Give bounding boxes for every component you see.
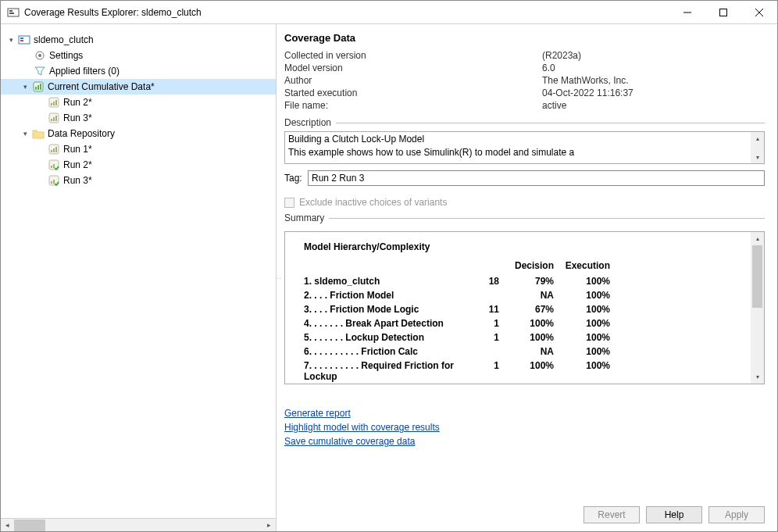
description-label-row: Description — [284, 117, 765, 128]
description-box[interactable]: Building a Clutch Lock-Up Model This exa… — [284, 131, 765, 164]
kv-value: The MathWorks, Inc. — [542, 75, 628, 86]
svg-rect-8 — [20, 37, 23, 39]
tag-label: Tag: — [284, 173, 308, 184]
scroll-up-icon[interactable]: ▴ — [751, 132, 764, 145]
tree-label: Data Repository — [48, 128, 115, 139]
apply-button[interactable]: Apply — [708, 506, 765, 523]
summary-row[interactable]: 1. sldemo_clutch1879%100% — [304, 276, 744, 287]
tree-data-repository[interactable]: ▾ Data Repository — [1, 126, 276, 141]
tree-dr-run1[interactable]: Run 1* — [1, 141, 276, 157]
chevron-down-icon[interactable]: ▾ — [20, 128, 30, 139]
svg-rect-25 — [51, 150, 52, 152]
chevron-down-icon[interactable]: ▾ — [5, 34, 16, 45]
summary-row[interactable]: 3. . . . Friction Mode Logic1167%100% — [304, 304, 744, 315]
svg-rect-1 — [9, 10, 12, 12]
generate-report-link[interactable]: Generate report — [284, 408, 765, 419]
scroll-left-icon[interactable]: ◂ — [1, 519, 14, 532]
gear-icon — [34, 49, 46, 62]
run-icon — [48, 96, 60, 109]
svg-rect-21 — [51, 119, 52, 121]
tree-scroll[interactable]: ▾ sldemo_clutch Settings Applied filters… — [1, 24, 276, 518]
tree-current-cumulative[interactable]: ▾ Current Cumulative Data* — [1, 79, 276, 95]
app-icon — [7, 6, 20, 19]
summary-row[interactable]: 2. . . . Friction ModelNA100% — [304, 290, 744, 301]
divider — [336, 123, 765, 123]
summary-content[interactable]: Model Hierarchy/Complexity Decision Exec… — [285, 232, 751, 384]
exclude-variants-checkbox[interactable] — [284, 198, 294, 208]
scroll-down-icon[interactable]: ▾ — [751, 370, 764, 384]
kv-value: (R2023a) — [542, 50, 581, 61]
col-decision: Decision — [499, 260, 554, 271]
svg-rect-2 — [9, 12, 14, 14]
kv-model: Model version 6.0 — [284, 62, 765, 73]
tree-dr-run3[interactable]: Run 3* — [1, 173, 276, 188]
scroll-thumb[interactable] — [14, 520, 45, 531]
row-complexity: 1 — [468, 318, 499, 329]
svg-rect-14 — [37, 85, 39, 90]
scroll-thumb[interactable] — [752, 245, 762, 308]
kv-value: active — [542, 100, 566, 111]
splitter-handle[interactable]: ⋮ — [277, 275, 281, 281]
summary-columns: Decision Execution — [304, 260, 744, 271]
titlebar: Coverage Results Explorer: sldemo_clutch — [1, 1, 777, 24]
col-complexity — [468, 260, 499, 271]
save-cumulative-link[interactable]: Save cumulative coverage data — [284, 436, 765, 447]
revert-button[interactable]: Revert — [584, 506, 640, 523]
tree-filters[interactable]: Applied filters (0) — [1, 63, 276, 79]
description-line: This example shows how to use Simulink(R… — [288, 147, 761, 159]
row-decision: 79% — [499, 276, 554, 287]
maximize-button[interactable] — [705, 1, 741, 24]
tree-dr-run2[interactable]: Run 2* — [1, 157, 276, 173]
tree-hscrollbar[interactable]: ◂ ▸ — [1, 518, 276, 531]
run-check-icon — [48, 159, 60, 171]
tree-label: Applied filters (0) — [49, 66, 120, 77]
folder-icon — [32, 127, 45, 140]
data-icon — [32, 80, 45, 93]
tree-settings[interactable]: Settings — [1, 48, 276, 63]
tree-ccd-run3[interactable]: Run 3* — [1, 110, 276, 126]
description-scrollbar[interactable]: ▴ ▾ — [751, 132, 764, 163]
tree-panel: ▾ sldemo_clutch Settings Applied filters… — [1, 24, 277, 531]
help-button[interactable]: Help — [646, 506, 702, 523]
row-complexity: 1 — [468, 360, 499, 382]
summary-row[interactable]: 6. . . . . . . . . . Friction CalcNA100% — [304, 346, 744, 357]
row-complexity: 11 — [468, 304, 499, 315]
kv-label: Model version — [284, 62, 542, 73]
svg-rect-13 — [35, 87, 37, 90]
tag-input[interactable] — [308, 170, 765, 186]
svg-rect-15 — [40, 84, 41, 90]
summary-row[interactable]: 5. . . . . . . Lockup Detection1100%100% — [304, 332, 744, 343]
minimize-button[interactable] — [669, 1, 705, 24]
svg-rect-29 — [51, 166, 52, 168]
tree-root[interactable]: ▾ sldemo_clutch — [1, 32, 276, 48]
summary-row[interactable]: 7. . . . . . . . . . Required Friction f… — [304, 360, 744, 382]
svg-point-11 — [38, 54, 41, 57]
close-button[interactable] — [741, 1, 777, 24]
description-label: Description — [284, 117, 331, 128]
description-line: Building a Clutch Lock-Up Model — [288, 134, 761, 145]
tree-label: Run 3* — [63, 175, 92, 186]
tree-label: sldemo_clutch — [34, 34, 94, 45]
tree-label: Settings — [49, 50, 83, 61]
kv-label: File name: — [284, 100, 542, 111]
tree-ccd-run2[interactable]: Run 2* — [1, 95, 276, 110]
tree-label: Run 1* — [63, 144, 92, 155]
tree-label: Run 2* — [63, 159, 92, 170]
kv-filename: File name: active — [284, 100, 765, 111]
row-complexity — [468, 290, 499, 301]
scroll-right-icon[interactable]: ▸ — [262, 519, 276, 532]
summary-row[interactable]: 4. . . . . . . Break Apart Detection1100… — [304, 318, 744, 329]
scroll-track[interactable] — [751, 308, 764, 370]
kv-label: Started execution — [284, 87, 542, 98]
svg-rect-33 — [53, 180, 55, 184]
chevron-down-icon[interactable]: ▾ — [20, 81, 30, 92]
button-row: Revert Help Apply — [584, 506, 765, 523]
links-section: Generate report Highlight model with cov… — [284, 408, 765, 450]
row-name: 7. . . . . . . . . . Required Friction f… — [304, 360, 468, 382]
scroll-down-icon[interactable]: ▾ — [751, 151, 764, 163]
highlight-model-link[interactable]: Highlight model with coverage results — [284, 422, 765, 433]
row-execution: 100% — [554, 304, 610, 315]
svg-rect-4 — [720, 9, 727, 16]
scroll-up-icon[interactable]: ▴ — [751, 232, 764, 245]
summary-scrollbar[interactable]: ▴ ▾ — [751, 232, 764, 384]
